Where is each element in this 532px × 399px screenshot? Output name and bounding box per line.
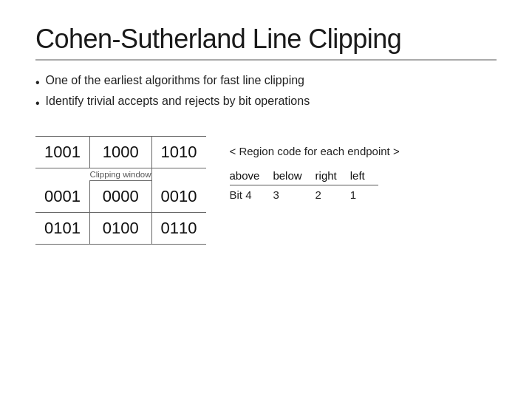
grid-row-3: 0101 0100 0110 (35, 213, 206, 245)
bit-left: 1 (350, 185, 378, 205)
grid-cell-r1c2: 1000 (89, 137, 151, 168)
col-header-right: right (316, 166, 350, 185)
region-header: < Region code for each endpoint > (230, 145, 400, 157)
grid-cell-r3c1: 0101 (35, 213, 89, 245)
col-header-above: above (230, 166, 273, 185)
bullet-text-2: Identify trivial accepts and rejects by … (46, 95, 310, 108)
bit-label: Bit 4 (230, 185, 273, 205)
title-divider (35, 59, 497, 61)
grid-table: 1001 1000 1010 Clipping window 0001 0000 (35, 136, 206, 245)
clip-label-empty-l (35, 168, 89, 181)
bullet-dot-2: • (35, 95, 40, 112)
region-code-grid: 1001 1000 1010 Clipping window 0001 0000 (35, 136, 206, 245)
slide-title: Cohen-Sutherland Line Clipping (35, 24, 497, 55)
col-header-left: left (350, 166, 378, 185)
clip-label-cell: Clipping window (89, 168, 151, 181)
region-table-header-row: above below right left (230, 166, 378, 185)
grid-row-1: 1001 1000 1010 (35, 137, 206, 168)
slide: Cohen-Sutherland Line Clipping • One of … (0, 0, 532, 399)
bullet-item-2: • Identify trivial accepts and rejects b… (35, 95, 497, 112)
grid-row-2: 0001 0000 0010 (35, 181, 206, 213)
grid-cell-r1c1: 1001 (35, 137, 89, 168)
grid-cell-r1c3: 1010 (151, 137, 205, 168)
bullet-text-1: One of the earliest algorithms for fast … (46, 74, 304, 87)
region-table-data-row: Bit 4 3 2 1 (230, 185, 378, 205)
region-info-table: above below right left Bit 4 3 2 1 (230, 166, 378, 204)
grid-cell-r3c3: 0110 (151, 213, 205, 245)
col-header-below: below (273, 166, 315, 185)
grid-cell-r3c2: 0100 (89, 213, 151, 245)
right-panel: < Region code for each endpoint > above … (230, 136, 400, 204)
content-area: 1001 1000 1010 Clipping window 0001 0000 (35, 136, 497, 378)
bullet-list: • One of the earliest algorithms for fas… (35, 74, 497, 115)
grid-cell-r2c3: 0010 (151, 181, 205, 213)
bit-right: 2 (316, 185, 350, 205)
bullet-dot-1: • (35, 74, 40, 92)
bit-below: 3 (273, 185, 315, 205)
bullet-item-1: • One of the earliest algorithms for fas… (35, 74, 497, 92)
clip-label-row: Clipping window (35, 168, 206, 181)
clip-label-empty-r (151, 168, 205, 181)
grid-cell-r2c1: 0001 (35, 181, 89, 213)
grid-cell-r2c2-inner: 0000 (89, 181, 151, 213)
